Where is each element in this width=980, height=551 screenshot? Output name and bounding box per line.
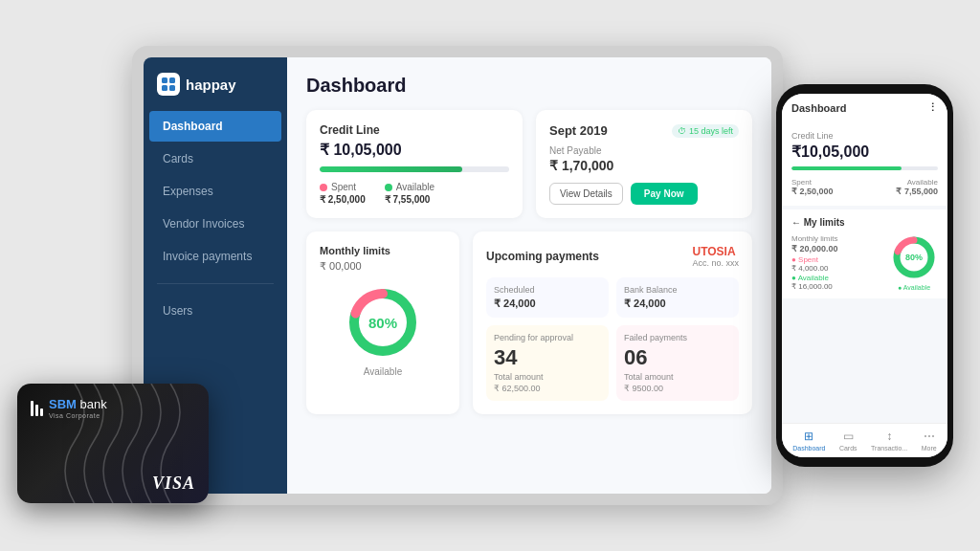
available-dot [385, 184, 392, 191]
monthly-limits-card: Monthly limits ₹ 00,000 80% [306, 231, 459, 414]
phone-nav-more-label: More [922, 445, 937, 452]
upcoming-title: Upcoming payments [486, 250, 599, 263]
spent-label: Spent [320, 182, 366, 192]
donut-container: 80% Available [320, 284, 446, 377]
sidebar-nav: Dashboard Cards Expenses Vendor Invoices… [144, 111, 287, 326]
phone-nav-cards-label: Cards [839, 445, 858, 452]
donut-chart: 80% [345, 284, 421, 361]
sbm-prefix: SBM [49, 397, 77, 411]
logo-icon [157, 73, 180, 96]
phone-spent-row: Spent ₹ 2,50,000 Available ₹ 7,55,000 [791, 178, 938, 196]
phone-spent-label: Spent [791, 178, 834, 187]
company-info: UTOSIA Acc. no. xxx [692, 245, 739, 268]
visa-label: VISA [152, 474, 195, 494]
phone-available-label: Available [896, 178, 938, 187]
days-left-badge: ⏱ 15 days left [672, 124, 739, 138]
donut-label: Available [364, 366, 402, 377]
phone-spent-detail-amount: ₹ 4,000.00 [791, 264, 838, 273]
sidebar-divider [157, 283, 274, 284]
pending-total-label: Total amount [494, 372, 601, 382]
phone-bottom-nav: ⊞ Dashboard ▭ Cards ↕ Transactio... ⋯ Mo… [782, 423, 947, 457]
phone-spent: Spent ₹ 2,50,000 [791, 178, 834, 196]
phone-available: Available ₹ 7,55,000 [896, 178, 938, 196]
scheduled-amount: ₹ 24,000 [494, 298, 601, 310]
phone-frame: Dashboard ⋮ Credit Line ₹10,05,000 Spent… [776, 84, 953, 467]
upcoming-grid: Scheduled ₹ 24,000 Bank Balance ₹ 24,000… [486, 277, 739, 401]
svg-rect-2 [162, 85, 167, 91]
net-payable-amount: ₹ 1,70,000 [549, 158, 739, 173]
phone-donut-avail-label: ● Available [898, 284, 930, 291]
phone-header-title: Dashboard [791, 102, 846, 114]
phone-nav-transactions[interactable]: ↕ Transactio... [871, 430, 907, 452]
spent-available-row: Spent ₹ 2,50,000 Available ₹ 7,55,000 [320, 182, 509, 205]
monthly-limits-amount: ₹ 00,000 [320, 260, 446, 273]
sidebar-item-users[interactable]: Users [149, 296, 281, 326]
phone-nav-dashboard-label: Dashboard [792, 445, 825, 452]
sidebar-item-cards[interactable]: Cards [149, 143, 281, 174]
spent-amount: ₹ 2,50,000 [320, 194, 366, 205]
credit-line-title: Credit Line [320, 123, 509, 137]
sbm-card: SBM bank Visa Corporate VISA [17, 384, 209, 503]
phone-avail-detail-amount: ₹ 16,000.00 [791, 282, 838, 291]
sidebar-item-expenses[interactable]: Expenses [149, 176, 281, 207]
clock-icon: ⏱ [678, 126, 686, 136]
sbm-logo: SBM bank Visa Corporate [31, 397, 195, 419]
phone-credit-amount: ₹10,05,000 [791, 143, 938, 161]
svg-rect-1 [169, 77, 175, 83]
sidebar-item-dashboard[interactable]: Dashboard [149, 111, 281, 142]
svg-rect-3 [169, 85, 175, 91]
phone-nav-transactions-label: Transactio... [871, 445, 907, 452]
phone-limits-title: ← My limits [791, 217, 938, 228]
more-nav-icon: ⋯ [924, 430, 935, 443]
donut-pct: 80% [368, 315, 397, 331]
bank-balance-amount: ₹ 24,000 [624, 298, 731, 310]
sbm-bank-name: SBM bank Visa Corporate [49, 397, 107, 419]
sidebar-item-invoice-payments[interactable]: Invoice payments [149, 241, 281, 272]
acc-no: Acc. no. xxx [692, 258, 739, 268]
phone-header: Dashboard ⋮ [782, 94, 947, 121]
company-name: UTOSIA [692, 245, 739, 258]
top-cards-row: Credit Line ₹ 10,05,000 Spent ₹ [306, 110, 752, 218]
upcoming-payments-card: Upcoming payments UTOSIA Acc. no. xxx Sc… [473, 231, 752, 414]
more-icon[interactable]: ⋮ [927, 101, 938, 114]
sidebar-item-vendor-invoices[interactable]: Vendor Invoices [149, 209, 281, 239]
phone-nav-dashboard[interactable]: ⊞ Dashboard [792, 430, 825, 452]
main-content: Dashboard Credit Line ₹ 10,05,000 [287, 57, 771, 494]
spent-section: Spent ₹ 2,50,000 [320, 182, 366, 205]
credit-line-card: Credit Line ₹ 10,05,000 Spent ₹ [306, 110, 523, 218]
phone-avail-label: ● Available [791, 274, 838, 282]
phone-monthly-row: Monthly limits ₹ 20,000.00 ● Spent ₹ 4,0… [791, 233, 938, 291]
available-label: Available [385, 182, 434, 192]
sbm-bars-icon [31, 401, 43, 416]
phone-nav-more[interactable]: ⋯ More [922, 430, 937, 452]
laptop-screen: happay Dashboard Cards Expenses Vendor I… [144, 57, 771, 494]
phone-nav-cards[interactable]: ▭ Cards [839, 430, 858, 452]
card-actions: View Details Pay Now [549, 183, 739, 205]
scheduled-card: Scheduled ₹ 24,000 [486, 277, 609, 318]
phone-credit-label: Credit Line [791, 131, 938, 141]
pay-now-button[interactable]: Pay Now [631, 183, 698, 205]
phone-donut-chart: 80% [890, 233, 938, 281]
failed-total-label: Total amount [624, 372, 731, 382]
upcoming-header: Upcoming payments UTOSIA Acc. no. xxx [486, 245, 739, 268]
cards-nav-icon: ▭ [843, 430, 854, 443]
pending-total: ₹ 62,500.00 [494, 384, 601, 393]
phone-screen: Dashboard ⋮ Credit Line ₹10,05,000 Spent… [782, 94, 947, 457]
svg-rect-0 [162, 77, 167, 83]
bank-balance-label: Bank Balance [624, 285, 731, 295]
view-details-button[interactable]: View Details [549, 183, 623, 205]
available-amount: ₹ 7,55,000 [385, 194, 434, 205]
phone-progress-bar [791, 166, 938, 170]
monthly-limits-title: Monthly limits [320, 245, 446, 256]
sept-header: Sept 2019 ⏱ 15 days left [549, 123, 739, 138]
pending-card: Pending for approval 34 Total amount ₹ 6… [486, 325, 609, 401]
phone-limits-section: ← My limits Monthly limits ₹ 20,000.00 ●… [782, 209, 947, 298]
phone-spent-detail: ● Spent [791, 255, 838, 264]
sbm-text: SBM bank [49, 397, 107, 411]
failed-total: ₹ 9500.00 [624, 384, 731, 393]
phone-spent-amount: ₹ 2,50,000 [791, 187, 834, 196]
sept-card: Sept 2019 ⏱ 15 days left Net Payable ₹ 1… [536, 110, 752, 218]
bar-2 [35, 405, 38, 416]
phone-donut-section: 80% ● Available [890, 233, 938, 291]
spent-dot [320, 184, 327, 191]
